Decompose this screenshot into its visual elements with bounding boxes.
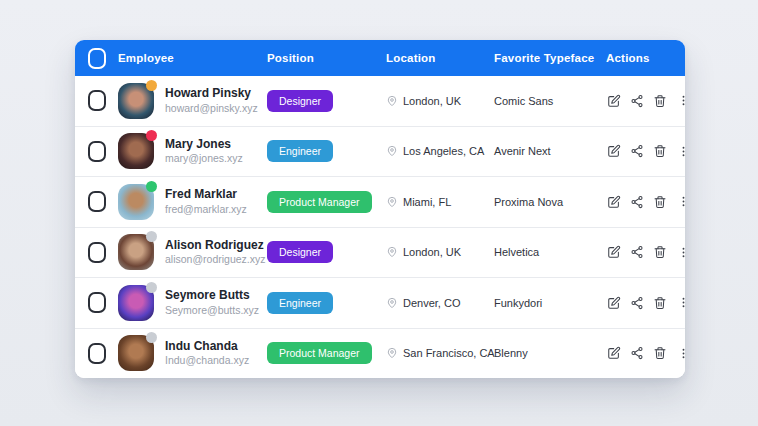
kebab-icon — [677, 145, 686, 158]
employee-name: Howard Pinsky — [165, 86, 258, 102]
typeface-text: Funkydori — [487, 297, 602, 309]
share-icon — [630, 195, 644, 209]
typeface-text: Proxima Nova — [487, 196, 602, 208]
more-button[interactable] — [675, 194, 685, 210]
share-button[interactable] — [629, 93, 645, 109]
more-button[interactable] — [675, 345, 685, 361]
edit-icon — [607, 346, 621, 360]
typeface-text: Helvetica — [487, 246, 602, 258]
delete-button[interactable] — [652, 295, 668, 311]
delete-button[interactable] — [652, 244, 668, 260]
row-checkbox[interactable] — [88, 141, 106, 162]
employee-name: Indu Chanda — [165, 339, 249, 355]
status-dot — [146, 282, 157, 293]
edit-icon — [607, 144, 621, 158]
row-checkbox[interactable] — [88, 90, 106, 111]
delete-button[interactable] — [652, 345, 668, 361]
row-checkbox[interactable] — [88, 292, 106, 313]
location-text: London, UK — [403, 246, 461, 258]
edit-button[interactable] — [606, 345, 622, 361]
location-text: London, UK — [403, 95, 461, 107]
edit-button[interactable] — [606, 295, 622, 311]
employee-email: howard@pinsky.xyz — [165, 102, 258, 116]
share-button[interactable] — [629, 345, 645, 361]
select-all-checkbox[interactable] — [88, 48, 106, 69]
trash-icon — [653, 195, 667, 209]
avatar-wrap — [118, 133, 154, 169]
avatar-wrap — [118, 83, 154, 119]
kebab-icon — [677, 94, 686, 107]
table-row: Seymore Butts Seymore@butts.xyz Engineer… — [75, 278, 685, 329]
share-icon — [630, 245, 644, 259]
edit-icon — [607, 94, 621, 108]
map-pin-icon — [386, 347, 398, 359]
employee-table-card: Employee Position Location Favorite Type… — [75, 40, 685, 378]
more-button[interactable] — [675, 93, 685, 109]
delete-button[interactable] — [652, 93, 668, 109]
typeface-text: Blenny — [487, 347, 602, 359]
location-text: Denver, CO — [403, 297, 460, 309]
kebab-icon — [677, 296, 686, 309]
status-dot — [146, 332, 157, 343]
map-pin-icon — [386, 145, 398, 157]
edit-icon — [607, 296, 621, 310]
row-checkbox[interactable] — [88, 242, 106, 263]
trash-icon — [653, 245, 667, 259]
map-pin-icon — [386, 246, 398, 258]
avatar-wrap — [118, 184, 154, 220]
trash-icon — [653, 144, 667, 158]
share-button[interactable] — [629, 295, 645, 311]
avatar-wrap — [118, 285, 154, 321]
column-header-employee: Employee — [118, 52, 262, 64]
column-header-position: Position — [262, 52, 381, 64]
share-button[interactable] — [629, 244, 645, 260]
position-badge: Product Manager — [267, 342, 372, 364]
avatar-wrap — [118, 234, 154, 270]
edit-button[interactable] — [606, 93, 622, 109]
position-badge: Engineer — [267, 292, 333, 314]
table-row: Mary Jones mary@jones.xyz Engineer Los A… — [75, 127, 685, 178]
kebab-icon — [677, 246, 686, 259]
employee-name: Mary Jones — [165, 137, 243, 153]
trash-icon — [653, 94, 667, 108]
kebab-icon — [677, 347, 686, 360]
employee-email: mary@jones.xyz — [165, 152, 243, 166]
typeface-text: Avenir Next — [487, 145, 602, 157]
delete-button[interactable] — [652, 143, 668, 159]
more-button[interactable] — [675, 244, 685, 260]
map-pin-icon — [386, 196, 398, 208]
position-badge: Designer — [267, 241, 333, 263]
row-checkbox[interactable] — [88, 343, 106, 364]
table-row: Howard Pinsky howard@pinsky.xyz Designer… — [75, 76, 685, 127]
share-icon — [630, 296, 644, 310]
more-button[interactable] — [675, 295, 685, 311]
employee-name: Alison Rodriguez — [165, 238, 266, 254]
share-icon — [630, 144, 644, 158]
location-text: Miami, FL — [403, 196, 451, 208]
share-icon — [630, 94, 644, 108]
map-pin-icon — [386, 95, 398, 107]
column-header-typeface: Favorite Typeface — [487, 52, 602, 64]
share-icon — [630, 346, 644, 360]
status-dot — [146, 80, 157, 91]
employee-email: Seymore@butts.xyz — [165, 304, 259, 318]
location-text: Los Angeles, CA — [403, 145, 484, 157]
table-row: Indu Chanda Indu@chanda.xyz Product Mana… — [75, 329, 685, 379]
edit-button[interactable] — [606, 244, 622, 260]
more-button[interactable] — [675, 143, 685, 159]
share-button[interactable] — [629, 143, 645, 159]
column-header-location: Location — [381, 52, 487, 64]
edit-button[interactable] — [606, 143, 622, 159]
avatar-wrap — [118, 335, 154, 371]
position-badge: Product Manager — [267, 191, 372, 213]
employee-name: Fred Marklar — [165, 187, 247, 203]
edit-button[interactable] — [606, 194, 622, 210]
employee-email: Indu@chanda.xyz — [165, 354, 249, 368]
typeface-text: Comic Sans — [487, 95, 602, 107]
share-button[interactable] — [629, 194, 645, 210]
table-row: Alison Rodriguez alison@rodriguez.xyz De… — [75, 228, 685, 279]
row-checkbox[interactable] — [88, 191, 106, 212]
status-dot — [146, 130, 157, 141]
kebab-icon — [677, 195, 686, 208]
delete-button[interactable] — [652, 194, 668, 210]
